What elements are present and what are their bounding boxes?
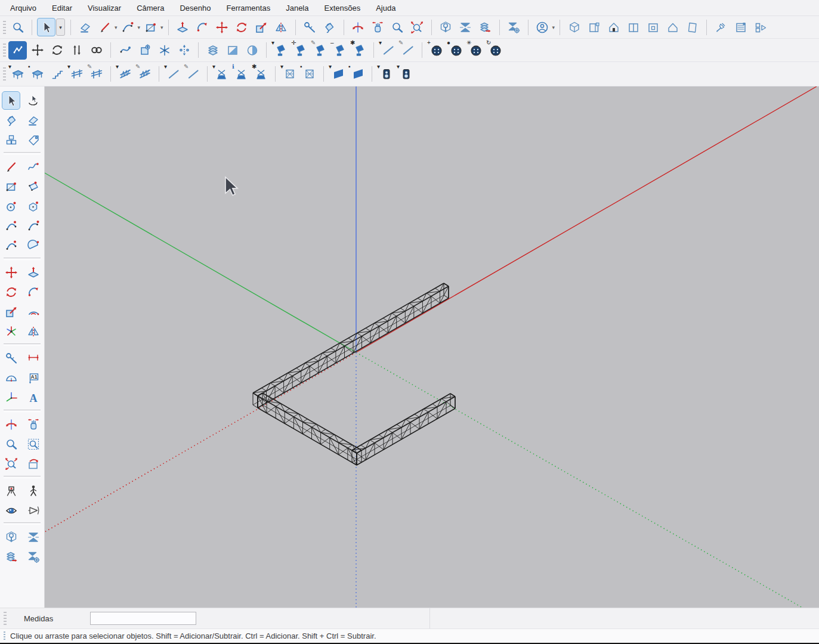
move-object-icon[interactable] [28, 41, 47, 60]
move-icon[interactable] [213, 18, 231, 36]
light-settings-icon[interactable]: ✱ [350, 41, 369, 60]
beam-insert-icon[interactable]: ▾ [379, 41, 397, 60]
zoom-icon[interactable] [2, 435, 20, 453]
screen-edit-icon[interactable]: ▪ [348, 65, 367, 83]
pan-icon[interactable] [369, 18, 387, 36]
paint-bucket-icon[interactable] [2, 111, 20, 129]
menu-item-ajuda[interactable]: Ajuda [368, 1, 403, 15]
axes-icon[interactable] [2, 388, 20, 407]
push-pull-icon[interactable] [24, 263, 42, 281]
warehouse-download-icon[interactable] [437, 18, 455, 36]
three-point-arc-icon[interactable] [2, 236, 20, 255]
lift-insert-icon[interactable]: ▾ [212, 65, 231, 83]
fixture-focus-icon[interactable]: ✳ [466, 41, 485, 60]
follow-me-icon[interactable] [24, 283, 42, 301]
curve-edit-icon[interactable] [116, 41, 134, 60]
scale-icon[interactable] [2, 302, 20, 321]
truss-left-side[interactable] [258, 393, 361, 465]
fixture-add-icon[interactable]: + [427, 41, 446, 60]
rectangle-tool-dropdown[interactable]: ▾ [160, 24, 163, 30]
paint-bucket-icon[interactable] [320, 18, 339, 36]
text-icon[interactable]: A1 [24, 369, 42, 387]
left-view-icon[interactable] [585, 18, 603, 36]
front-view-icon[interactable] [663, 18, 682, 36]
menu-item-cmera[interactable]: Câmera [129, 1, 172, 15]
line-tool-dropdown[interactable]: ▾ [115, 24, 118, 30]
rectangle-tool-icon[interactable] [141, 18, 160, 36]
previous-view-icon[interactable] [24, 454, 42, 473]
protractor-icon[interactable] [2, 369, 20, 387]
vertical-move-icon[interactable] [175, 41, 193, 60]
top-view-icon[interactable] [644, 18, 662, 36]
layer-stack-icon[interactable] [203, 41, 222, 60]
truss-edit-icon[interactable]: ✎ [135, 65, 154, 83]
circle-icon[interactable] [2, 197, 20, 215]
push-pull-icon[interactable] [174, 18, 192, 36]
flip-settings-icon[interactable] [505, 18, 523, 36]
zoom-icon[interactable] [388, 18, 407, 36]
screen-insert-icon[interactable]: ▾ [329, 65, 347, 83]
tag-icon[interactable] [24, 131, 42, 149]
menu-item-extenses[interactable]: Extensões [316, 1, 368, 15]
truss-bottom-arm[interactable] [352, 394, 455, 465]
hand-select-icon[interactable] [712, 18, 730, 36]
menu-item-janela[interactable]: Janela [278, 1, 316, 15]
flip-icon[interactable] [272, 18, 290, 36]
measurements-input[interactable] [90, 612, 196, 625]
orbit-icon[interactable] [349, 18, 367, 36]
light-edit-icon[interactable]: ✎ [311, 41, 329, 60]
polygon-icon[interactable] [24, 197, 42, 215]
zoom-extents-icon[interactable] [2, 454, 20, 473]
3d-text-icon[interactable]: A [24, 388, 42, 407]
pipe-insert-icon[interactable]: ▾ [164, 65, 183, 83]
export-view-icon[interactable] [751, 18, 769, 36]
orbit-icon[interactable] [2, 415, 20, 434]
half-square-icon[interactable] [223, 41, 242, 60]
menu-item-editar[interactable]: Editar [44, 1, 80, 15]
home-view-icon[interactable] [604, 18, 623, 36]
arc-tool-icon[interactable] [119, 18, 137, 36]
account-dropdown[interactable]: ▾ [552, 24, 555, 30]
eraser-icon[interactable] [24, 111, 42, 129]
components-icon[interactable] [2, 131, 20, 149]
swap-updown-icon[interactable] [67, 41, 86, 60]
search-icon[interactable] [8, 18, 27, 36]
flip-settings-icon[interactable] [24, 547, 42, 566]
toolbar-grip[interactable] [3, 21, 6, 34]
pipe-edit-icon[interactable]: ✎ [184, 65, 202, 83]
light-insert-icon[interactable]: ▾ [271, 41, 290, 60]
railing-insert-icon[interactable]: ▾ [67, 65, 86, 83]
layers-export-icon[interactable] [2, 547, 20, 566]
lasso-icon[interactable] [24, 91, 42, 110]
rotate-icon[interactable] [2, 283, 20, 301]
fixture-select-icon[interactable]: ● [447, 41, 465, 60]
two-point-arc-icon[interactable] [24, 216, 42, 235]
zoom-extents-icon[interactable] [408, 18, 427, 36]
arc-tool-dropdown[interactable]: ▾ [138, 24, 141, 30]
speaker-insert-icon[interactable]: ▾ [377, 65, 395, 83]
rectangle-icon[interactable] [2, 177, 20, 196]
flip-x-icon[interactable] [24, 528, 42, 546]
viewport[interactable] [45, 86, 819, 608]
menu-item-visualizar[interactable]: Visualizar [80, 1, 129, 15]
look-around-icon[interactable] [2, 501, 20, 519]
menu-item-desenho[interactable]: Desenho [172, 1, 218, 15]
truss-top-arm[interactable] [253, 283, 449, 408]
stage-plugin-icon[interactable] [8, 41, 27, 60]
eraser-icon[interactable] [76, 18, 94, 36]
pie-icon[interactable] [24, 236, 42, 255]
select-icon[interactable] [37, 18, 55, 36]
deck-insert-icon[interactable]: ▾ [8, 65, 27, 83]
toolbar-grip[interactable] [3, 67, 6, 80]
account-icon[interactable] [533, 18, 552, 36]
explode-icon[interactable] [155, 41, 174, 60]
rotate-object-icon[interactable] [48, 41, 66, 60]
tape-measure-icon[interactable] [301, 18, 319, 36]
follow-me-icon[interactable] [193, 18, 212, 36]
zoom-window-icon[interactable] [24, 435, 42, 453]
properties-panel-icon[interactable] [731, 18, 750, 36]
panel-grip[interactable] [4, 612, 7, 625]
tape-measure-icon[interactable] [2, 349, 20, 367]
scale-icon[interactable] [252, 18, 271, 36]
half-circle-icon[interactable] [243, 41, 261, 60]
